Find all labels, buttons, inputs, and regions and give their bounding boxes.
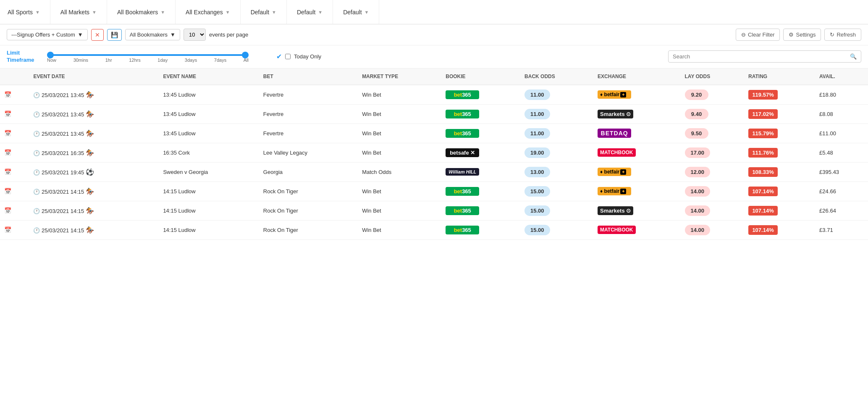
calendar-icon-cell[interactable]: 📅 (0, 181, 29, 201)
clear-icon-button[interactable]: ✕ (91, 29, 104, 41)
event-name: 13:45 Ludlow (163, 111, 195, 117)
settings-button[interactable]: ⚙ Settings (783, 29, 821, 41)
search-input[interactable] (673, 53, 847, 60)
refresh-label: Refresh (837, 32, 856, 38)
clear-filter-button[interactable]: ⊖ Clear Filter (736, 29, 780, 41)
lay-odds-cell: 9.40 (681, 104, 745, 124)
today-only-checkbox[interactable] (285, 54, 291, 59)
calendar-icon[interactable]: 📅 (4, 226, 11, 233)
slider-thumb-left[interactable] (47, 52, 54, 58)
event-date: 25/03/2021 16:35 (42, 150, 84, 156)
back-odds-value: 19.00 (524, 147, 550, 158)
slider-thumb-right[interactable] (242, 52, 249, 58)
search-icon[interactable]: 🔍 (850, 53, 857, 60)
nav-default-1[interactable]: Default ▼ (241, 0, 287, 24)
refresh-button[interactable]: ↻ Refresh (824, 29, 861, 41)
bet365-logo: bet365 (446, 90, 479, 99)
calendar-icon[interactable]: 📅 (4, 168, 11, 175)
bet-name: Georgia (263, 169, 283, 175)
nav-all-bookmakers[interactable]: All Bookmakers ▼ (107, 0, 176, 24)
betsafe-logo: betsafe ✕ (446, 148, 479, 157)
avail-value: £5.48 (819, 150, 833, 156)
bet-name: Rock On Tiger (263, 208, 298, 214)
settings-label: Settings (796, 32, 816, 38)
calendar-icon-cell[interactable]: 📅 (0, 104, 29, 124)
calendar-icon-cell[interactable]: 📅 (0, 85, 29, 105)
bookmaker-select[interactable]: All Bookmakers ▼ (125, 29, 180, 40)
nav-default-1-label: Default (251, 9, 269, 16)
calendar-icon-cell[interactable]: 📅 (0, 124, 29, 143)
event-name-cell: 13:45 Ludlow (159, 124, 259, 143)
nav-default-3[interactable]: Default ▼ (333, 0, 379, 24)
bet-name: Fevertre (263, 130, 283, 137)
exchange-cell: Smarkets ⊙ (593, 201, 680, 220)
calendar-icon[interactable]: 📅 (4, 91, 11, 98)
nav-all-sports[interactable]: All Sports ▼ (0, 0, 50, 24)
bookie-cell: bet365 (441, 201, 520, 220)
table-row: 📅🕐 25/03/2021 14:15 🏇14:15 LudlowRock On… (0, 201, 868, 220)
table-header-row: EVENT DATE EVENT NAME BET MARKET TYPE BO… (0, 68, 868, 85)
events-per-page-label: events per page (209, 32, 248, 38)
bookie-cell: bet365 (441, 85, 520, 105)
offer-select[interactable]: ---Signup Offers + Custom ▼ (7, 29, 88, 40)
calendar-icon[interactable]: 📅 (4, 130, 11, 137)
bet-cell: Fevertre (259, 85, 358, 105)
bookmaker-select-label: All Bookmakers (130, 32, 168, 38)
lay-odds-cell: 14.00 (681, 181, 745, 201)
save-icon-button[interactable]: 💾 (107, 29, 122, 41)
bet-name: Fevertre (263, 111, 283, 117)
lay-odds-cell: 14.00 (681, 201, 745, 220)
event-name-cell: 13:45 Ludlow (159, 85, 259, 105)
avail-cell: £26.64 (815, 201, 868, 220)
event-date: 25/03/2021 14:15 (42, 208, 84, 214)
nav-all-sports-label: All Sports (8, 9, 33, 16)
back-odds-cell: 15.00 (520, 220, 593, 239)
market-type: Win Bet (362, 130, 381, 137)
bookie-cell: William HILL (441, 162, 520, 181)
col-exchange: EXCHANGE (593, 68, 680, 85)
event-name: 14:15 Ludlow (163, 188, 195, 195)
chevron-down-icon: ▼ (226, 10, 230, 15)
betfair-logo: ♦ betfair ✦ (598, 90, 631, 99)
event-date: 25/03/2021 14:15 (42, 227, 84, 234)
calendar-icon-cell[interactable]: 📅 (0, 162, 29, 181)
calendar-icon[interactable]: 📅 (4, 110, 11, 117)
events-per-page-select[interactable]: 10 25 50 (184, 29, 206, 41)
calendar-icon[interactable]: 📅 (4, 149, 11, 156)
lay-odds-value: 9.20 (685, 89, 708, 100)
timeframe-slider[interactable]: Now 30mins 1hr 12hrs 1day 3days 7days Al… (43, 51, 253, 63)
market-type-cell: Match Odds (358, 162, 441, 181)
table-row: 📅🕐 25/03/2021 13:45 🏇13:45 LudlowFevertr… (0, 124, 868, 143)
calendar-icon[interactable]: 📅 (4, 188, 11, 195)
back-odds-cell: 13.00 (520, 162, 593, 181)
back-odds-cell: 19.00 (520, 143, 593, 162)
exchange-cell: MATCHBOOK (593, 143, 680, 162)
bookie-cell: bet365 (441, 220, 520, 239)
calendar-icon-cell[interactable]: 📅 (0, 220, 29, 239)
event-date-cell: 🕐 25/03/2021 13:45 🏇 (29, 104, 159, 124)
clock-icon: 🕐 (33, 169, 40, 176)
nav-all-markets[interactable]: All Markets ▼ (50, 0, 107, 24)
col-event-date: EVENT DATE (29, 68, 159, 85)
limit-timeframe-label: LimitTimeframe (7, 50, 36, 64)
smarkets-logo: Smarkets ⊙ (598, 110, 633, 118)
bet-cell: Fevertre (259, 124, 358, 143)
calendar-icon-cell[interactable]: 📅 (0, 143, 29, 162)
nav-all-exchanges[interactable]: All Exchanges ▼ (176, 0, 241, 24)
nav-all-exchanges-label: All Exchanges (186, 9, 223, 16)
rating-cell: 119.57% (744, 85, 815, 105)
slider-label-30mins: 30mins (73, 58, 88, 63)
bet365-logo: bet365 (446, 110, 479, 118)
slider-label-12hrs: 12hrs (129, 58, 141, 63)
bet365-logo: bet365 (446, 187, 479, 196)
avail-cell: £11.00 (815, 124, 868, 143)
nav-default-2[interactable]: Default ▼ (287, 0, 333, 24)
calendar-icon[interactable]: 📅 (4, 207, 11, 214)
col-bet: BET (259, 68, 358, 85)
event-date-cell: 🕐 25/03/2021 14:15 🏇 (29, 181, 159, 201)
lay-odds-cell: 17.00 (681, 143, 745, 162)
calendar-icon-cell[interactable]: 📅 (0, 201, 29, 220)
chevron-down-icon: ▼ (170, 32, 176, 38)
event-name-cell: 14:15 Ludlow (159, 220, 259, 239)
avail-cell: £8.08 (815, 104, 868, 124)
